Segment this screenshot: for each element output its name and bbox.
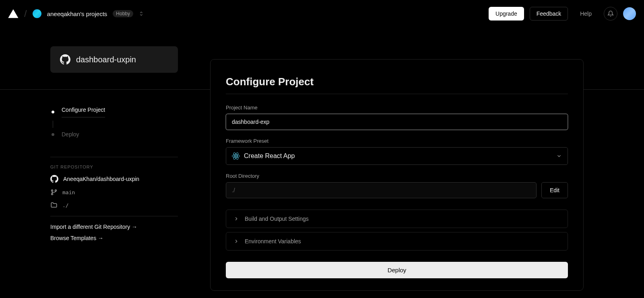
breadcrumb-slash: / xyxy=(24,8,27,19)
folder-icon xyxy=(50,201,58,209)
edit-root-button[interactable]: Edit xyxy=(541,182,568,198)
project-name-label: Project Name xyxy=(226,105,568,111)
plan-badge: Hobby xyxy=(113,10,133,17)
branch-icon xyxy=(50,189,58,196)
upgrade-button[interactable]: Upgrade xyxy=(489,7,524,21)
configure-form: Configure Project Project Name Framework… xyxy=(210,59,584,291)
github-icon xyxy=(50,175,58,183)
svg-point-0 xyxy=(52,190,53,191)
chevron-right-icon xyxy=(233,216,239,222)
build-settings-label: Build and Output Settings xyxy=(245,216,309,222)
scope-switcher-icon[interactable] xyxy=(139,11,144,16)
team-name[interactable]: aneeqakhan's projects xyxy=(47,10,107,17)
step-configure[interactable]: Configure Project xyxy=(50,103,178,121)
deploy-button[interactable]: Deploy xyxy=(226,262,568,278)
help-button[interactable]: Help xyxy=(574,7,598,20)
feedback-button[interactable]: Feedback xyxy=(530,7,568,21)
top-header: / aneeqakhan's projects Hobby Upgrade Fe… xyxy=(0,0,644,27)
build-settings-accordion[interactable]: Build and Output Settings xyxy=(226,210,568,228)
bell-icon xyxy=(607,10,614,17)
svg-point-1 xyxy=(52,193,53,195)
notifications-button[interactable] xyxy=(604,7,617,21)
root-dir-label: Root Directory xyxy=(226,173,568,179)
user-avatar[interactable] xyxy=(623,7,636,20)
git-branch-name: main xyxy=(62,189,75,195)
setup-steps: Configure Project Deploy xyxy=(50,103,178,141)
project-name-input[interactable] xyxy=(226,114,568,130)
sidebar: Configure Project Deploy GIT REPOSITORY … xyxy=(50,103,178,291)
step-deploy[interactable]: Deploy xyxy=(50,128,178,141)
repo-card-name: dashboard-uxpin xyxy=(76,55,136,64)
browse-templates-link[interactable]: Browse Templates → xyxy=(50,235,178,241)
git-dir-row: ./ xyxy=(50,201,178,209)
framework-value: Create React App xyxy=(244,152,295,160)
git-repo-row: AneeqaKhan/dashboard-uxpin xyxy=(50,175,178,183)
step-deploy-label: Deploy xyxy=(62,131,79,138)
team-avatar[interactable] xyxy=(33,9,41,18)
root-dir-input: ./ xyxy=(226,182,537,198)
vercel-logo[interactable] xyxy=(8,8,19,19)
framework-label: Framework Preset xyxy=(226,138,568,144)
svg-point-2 xyxy=(55,190,57,191)
git-repo-name: AneeqaKhan/dashboard-uxpin xyxy=(63,176,139,182)
svg-point-3 xyxy=(235,155,237,157)
chevron-right-icon xyxy=(233,238,239,244)
github-icon xyxy=(60,54,70,65)
import-repo-link[interactable]: Import a different Git Repository → xyxy=(50,224,178,230)
git-heading: GIT REPOSITORY xyxy=(50,164,178,169)
env-vars-label: Environment Variables xyxy=(245,238,301,245)
git-branch-row: main xyxy=(50,189,178,196)
step-configure-label: Configure Project xyxy=(62,107,105,117)
env-vars-accordion[interactable]: Environment Variables xyxy=(226,232,568,251)
form-title: Configure Project xyxy=(226,76,568,88)
react-icon xyxy=(232,152,240,160)
repo-card: dashboard-uxpin xyxy=(50,46,178,73)
chevron-down-icon xyxy=(556,153,562,159)
framework-select[interactable]: Create React App xyxy=(226,147,568,165)
git-dir-value: ./ xyxy=(62,202,69,208)
